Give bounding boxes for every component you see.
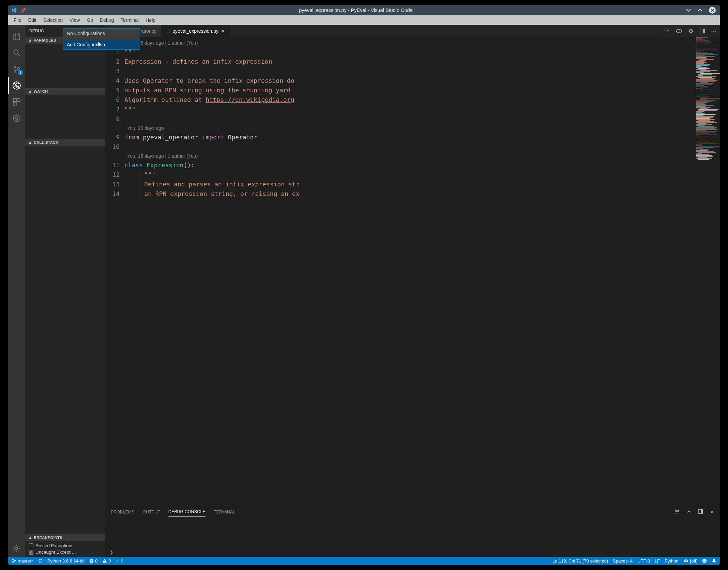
callstack-body [25,146,105,323]
svg-point-2 [14,71,16,72]
watch-section-header[interactable]: ◢ WATCH [25,88,105,95]
svg-point-1 [14,66,16,68]
sidebar-title: DEBUG [29,29,44,33]
svg-rect-8 [13,102,16,105]
vscode-window: 📌 pyeval_expression.py - PyEval - Visual… [8,5,412,323]
dropdown-item-add-config[interactable]: Add Configuration... [63,40,140,49]
svg-point-3 [18,67,19,69]
svg-rect-7 [17,98,20,102]
scm-badge: 1 [18,70,23,75]
tabbar: ⊕ pyeval_operator.py ⊕ pyeval_expression… [105,25,412,37]
activitybar: 1 [8,25,25,323]
search-tab[interactable] [8,45,25,61]
line-number: 8 [105,114,124,124]
source-control-tab[interactable]: 1 [8,61,25,77]
svg-point-0 [14,50,18,54]
dropdown-item-no-config[interactable]: No Configurations [63,29,140,38]
debug-config-dropdown: No Configurations Add Configuration... [63,28,140,50]
line-number: 14 [105,189,124,199]
twisty-icon: ◢ [29,90,32,93]
dropdown-separator [67,39,136,39]
debug-sidebar: DEBUG ▶ ▼ ◢ VARIABLES ◢ WATCH [25,25,105,323]
line-number: 9 [105,133,124,142]
line-number: 6 [105,95,124,105]
app-body: 1 DEBUG ▶ ▼ [8,25,412,323]
callstack-label: CALL STACK [34,140,58,144]
line-number: 4 [105,76,124,86]
gitlens-tab[interactable] [8,110,25,126]
line-number: 13 [105,180,124,189]
line-number: 7 [105,105,124,114]
editor-wrap: You, 15 days ago | 1 author (You) 1""" 2… [105,37,412,323]
menu-view[interactable]: View [66,17,83,23]
svg-rect-6 [13,98,16,102]
callstack-section-header[interactable]: ◢ CALL STACK [25,139,105,146]
twisty-icon: ◢ [29,141,32,144]
watch-label: WATCH [34,89,48,93]
menubar: File Edit Selection View Go Debug Termin… [8,15,412,25]
watch-body [25,95,105,139]
codelens[interactable]: You, 15 days ago | 1 author (You) [105,152,412,160]
titlebar: 📌 pyeval_expression.py - PyEval - Visual… [8,5,412,15]
line-number: 3 [105,66,124,76]
tab-label: pyeval_expression.py [172,28,218,34]
tab-pyeval-expression[interactable]: ⊕ pyeval_expression.py ✕ [162,25,230,37]
pin-icon[interactable]: 📌 [20,8,26,13]
menu-debug[interactable]: Debug [96,17,117,23]
codelens[interactable]: You, 15 days ago | 1 author (You) [105,38,412,47]
explorer-tab[interactable] [8,28,25,45]
close-tab-icon[interactable]: ✕ [221,29,225,34]
menu-terminal[interactable]: Terminal [117,17,142,23]
line-number: 12 [105,170,124,180]
variables-body [25,44,105,88]
menu-file[interactable]: File [10,17,25,23]
svg-point-10 [16,117,18,120]
menu-selection[interactable]: Selection [40,17,66,23]
editor-area: ⊕ pyeval_operator.py ⊕ pyeval_expression… [105,25,412,323]
menu-go[interactable]: Go [83,17,96,23]
python-icon: ⊕ [166,29,170,33]
line-number: 2 [105,57,124,66]
line-number: 10 [105,142,124,152]
debug-tab[interactable] [8,77,25,94]
window-title: pyeval_expression.py - PyEval - Visual S… [26,7,412,13]
line-number: 5 [105,86,124,95]
line-number: 11 [105,160,124,170]
extensions-tab[interactable] [8,94,25,110]
twisty-icon: ◢ [29,38,32,42]
variables-label: VARIABLES [34,38,56,42]
text-editor[interactable]: You, 15 days ago | 1 author (You) 1""" 2… [105,37,412,323]
menu-edit[interactable]: Edit [25,17,40,23]
menu-help[interactable]: Help [142,17,159,23]
codelens[interactable]: You, 26 days ago [105,124,412,133]
vscode-icon [11,7,17,13]
